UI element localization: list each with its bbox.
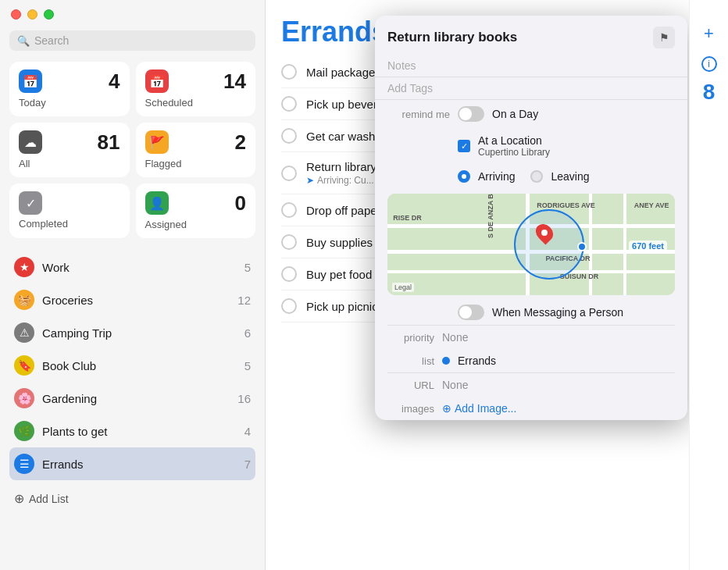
task-checkbox-8[interactable] — [281, 298, 297, 314]
list-row: list Errands — [375, 349, 687, 372]
camping-count: 6 — [244, 326, 251, 340]
when-messaging-toggle[interactable] — [458, 305, 484, 320]
all-label: All — [19, 158, 120, 169]
popup-body: remind me On a Day ✓ At a Location Cuper… — [375, 100, 687, 420]
task-checkbox-4[interactable] — [281, 166, 297, 181]
arriving-radio[interactable] — [458, 170, 470, 183]
add-list-icon: ⊕ — [14, 491, 24, 506]
add-image-label: Add Image... — [455, 402, 516, 415]
task-checkbox-2[interactable] — [281, 96, 297, 112]
add-image-button[interactable]: ⊕ Add Image... — [442, 402, 516, 415]
list-item-gardening[interactable]: 🌸 Gardening 16 — [9, 382, 255, 415]
groceries-count: 12 — [237, 294, 251, 307]
map-location-dot — [577, 242, 587, 251]
assigned-count: 0 — [235, 191, 246, 216]
bookclub-icon: 🔖 — [14, 355, 34, 376]
today-icon: 📅 — [19, 69, 42, 93]
map-label-rise: RISE DR — [393, 214, 422, 222]
on-a-day-toggle[interactable] — [458, 106, 484, 122]
notes-field[interactable]: Notes — [375, 55, 687, 77]
smart-list-today[interactable]: 📅 4 Today — [9, 62, 130, 116]
legal-label: Legal — [392, 283, 414, 292]
add-task-button[interactable]: + — [704, 23, 714, 44]
add-image-icon: ⊕ — [442, 402, 451, 415]
maximize-button[interactable] — [44, 9, 54, 20]
plantstoget-icon: 🌿 — [14, 421, 34, 441]
url-label: URL — [387, 379, 434, 391]
images-row: images ⊕ Add Image... — [375, 397, 687, 420]
plantstoget-count: 4 — [244, 425, 251, 438]
flagged-icon: 🚩 — [145, 130, 169, 154]
on-a-day-label: On a Day — [492, 108, 538, 120]
at-location-row: ✓ At a Location Cupertino Library — [375, 128, 687, 164]
leaving-label: Leaving — [551, 170, 589, 183]
priority-value: None — [442, 331, 468, 344]
map-container: RISE DR S DE ANZA BLVD RODRIGUES AVE ANE… — [387, 194, 675, 295]
list-item-errands[interactable]: ☰ Errands 7 — [9, 447, 255, 480]
list-item-plantstoget[interactable]: 🌿 Plants to get 4 — [9, 415, 255, 447]
map-label-rodrigues: RODRIGUES AVE — [537, 201, 595, 209]
today-count: 4 — [109, 69, 120, 94]
errands-icon: ☰ — [14, 454, 34, 474]
flagged-count: 2 — [235, 130, 246, 155]
remind-me-row: remind me On a Day — [375, 100, 687, 128]
smart-list-flagged[interactable]: 🚩 2 Flagged — [136, 123, 256, 177]
gardening-label: Gardening — [42, 392, 230, 405]
task-count-badge: 8 — [703, 80, 716, 104]
work-count: 5 — [244, 261, 251, 274]
url-value: None — [442, 379, 468, 391]
smart-list-all[interactable]: ☁ 81 All — [9, 123, 130, 177]
tags-field[interactable]: Add Tags — [375, 77, 687, 100]
info-button[interactable]: i — [701, 56, 717, 72]
list-label: list — [387, 355, 434, 367]
camping-icon: ⚠ — [14, 322, 34, 343]
groceries-label: Groceries — [42, 294, 230, 307]
arriving-label: Arriving — [478, 170, 515, 183]
map-background: RISE DR S DE ANZA BLVD RODRIGUES AVE ANE… — [387, 194, 675, 295]
task-checkbox-5[interactable] — [281, 202, 297, 218]
work-icon: ★ — [14, 257, 34, 277]
road-v3 — [623, 194, 626, 295]
add-list-button[interactable]: ⊕ Add List — [9, 483, 255, 514]
errands-label: Errands — [42, 458, 237, 471]
search-bar[interactable]: 🔍 Search — [9, 30, 255, 51]
task-checkbox-3[interactable] — [281, 128, 297, 144]
list-item-work[interactable]: ★ Work 5 — [9, 251, 255, 283]
lists-section: ★ Work 5 🧺 Groceries 12 ⚠ Camping Trip 6… — [9, 251, 255, 570]
completed-label: Completed — [19, 218, 120, 230]
bookclub-label: Book Club — [42, 359, 237, 372]
smart-list-scheduled[interactable]: 📅 14 Scheduled — [136, 62, 256, 116]
list-item-groceries[interactable]: 🧺 Groceries 12 — [9, 283, 255, 316]
leaving-radio[interactable] — [530, 170, 543, 183]
search-icon: 🔍 — [17, 35, 30, 47]
at-location-checkbox[interactable]: ✓ — [458, 140, 470, 152]
list-dot — [442, 357, 450, 365]
when-messaging-row: When Messaging a Person — [375, 300, 687, 325]
remind-me-label: remind me — [387, 109, 450, 120]
gardening-icon: 🌸 — [14, 388, 34, 408]
page-title: Errands — [281, 16, 387, 48]
map-radius — [514, 209, 584, 280]
plantstoget-label: Plants to get — [42, 425, 237, 438]
all-icon: ☁ — [19, 130, 42, 154]
distance-label: 670 feet — [629, 240, 667, 251]
list-item-camping[interactable]: ⚠ Camping Trip 6 — [9, 316, 255, 349]
smart-list-assigned[interactable]: 👤 0 Assigned — [136, 183, 256, 238]
minimize-button[interactable] — [27, 9, 37, 20]
close-button[interactable] — [11, 9, 21, 20]
images-label: images — [387, 403, 434, 415]
task-checkbox-1[interactable] — [281, 64, 297, 80]
location-name: Cupertino Library — [478, 147, 550, 158]
all-count: 81 — [98, 130, 120, 155]
when-messaging-label: When Messaging a Person — [492, 306, 623, 319]
camping-label: Camping Trip — [42, 326, 237, 340]
list-value: Errands — [458, 354, 496, 367]
search-input[interactable]: Search — [34, 34, 69, 47]
traffic-lights — [9, 9, 255, 20]
groceries-icon: 🧺 — [14, 290, 34, 310]
smart-list-completed[interactable]: ✓ Completed — [9, 183, 130, 238]
list-item-bookclub[interactable]: 🔖 Book Club 5 — [9, 349, 255, 382]
task-checkbox-6[interactable] — [281, 234, 297, 250]
task-checkbox-7[interactable] — [281, 266, 297, 282]
flag-button[interactable]: ⚑ — [653, 27, 675, 48]
